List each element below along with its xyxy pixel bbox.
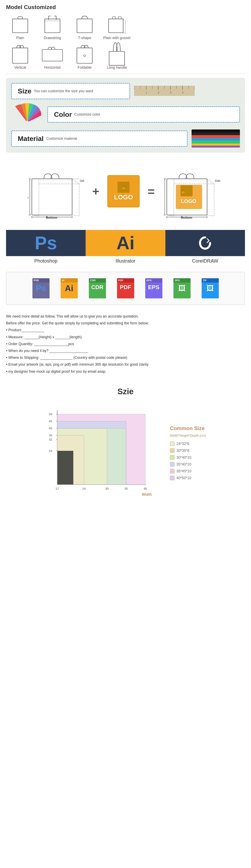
logo-text: LOGO: [114, 193, 133, 201]
size-label: Size: [18, 87, 31, 95]
bag-item-horizontal: Horizontal: [38, 44, 66, 70]
logo-box: 🧘 LOGO: [107, 175, 139, 207]
svg-rect-11: [108, 19, 123, 33]
size-row: Size You can customize the size you want: [11, 83, 240, 99]
info-line4: • Measure: _______(Height) x _______(len…: [6, 334, 245, 340]
legend-title: Common Size: [170, 425, 206, 432]
svg-line-66: [207, 215, 214, 216]
svg-rect-40: [192, 138, 240, 141]
svg-text:1: 1: [146, 91, 147, 94]
info-line1: We need more detail as follow, This will…: [6, 313, 245, 320]
svg-text:Bottom: Bottom: [181, 216, 192, 219]
svg-rect-9: [113, 17, 116, 19]
svg-rect-15: [12, 48, 28, 63]
svg-text:High: High: [28, 195, 28, 202]
bag-label-vertical: Vertical: [14, 65, 26, 70]
svg-text:35: 35: [124, 487, 128, 490]
info-line3: • Product:___________: [6, 327, 245, 334]
pdf-icon: PDF PDF: [117, 278, 134, 299]
svg-text:Side: Side: [215, 179, 220, 182]
legend-color-1: [170, 441, 175, 446]
svg-text:Bottom: Bottom: [46, 216, 57, 219]
svg-rect-39: [192, 135, 240, 138]
legend-label-3: 30*40*10: [177, 456, 191, 460]
bar-chart-container: Height 50 45 40: [41, 404, 158, 501]
svg-point-18: [84, 55, 86, 57]
info-line8: • Email your artwork (ai, eps, png or pd…: [6, 361, 245, 368]
customize-section: Size You can customize the size you want: [6, 78, 245, 153]
svg-text:Width: Width: [142, 493, 152, 497]
svg-text:32: 32: [49, 438, 52, 441]
svg-text:35: 35: [49, 434, 52, 437]
bag-item-long-handle: Long handle: [103, 44, 131, 70]
ruler-visual: 1 2 3 4: [134, 86, 240, 97]
svg-rect-41: [192, 141, 240, 144]
info-line2: Before offer the price. Get the quote si…: [6, 320, 245, 327]
legend-color-5: [170, 469, 175, 473]
cdr-icon-format: CDR CDR: [89, 278, 106, 299]
chart-wrapper: Height 50 45 40: [6, 400, 245, 505]
legend-color-2: [170, 448, 175, 453]
software-block-ai: Ai: [86, 230, 165, 256]
format-cdr: CDR CDR: [86, 278, 108, 299]
info-line5: • Order Quantity: _________________pcs: [6, 340, 245, 347]
chart-legend: Common Size Width*Height*Depth (cm) 24*3…: [166, 404, 210, 501]
ai-name: Illustrator: [86, 256, 165, 266]
bag-label-tshape: T-shape: [78, 36, 91, 40]
svg-text:3: 3: [170, 91, 171, 94]
dimension-bag-left: High Side Bottom Wide: [28, 163, 84, 220]
svg-text:30: 30: [105, 487, 108, 490]
page-container: Model Customized Plain: [0, 0, 251, 514]
format-ai: AI Ai: [58, 278, 80, 299]
material-row: Material Customize material: [11, 129, 240, 148]
bag-item-plain-gusset: Plain with gusset: [103, 14, 131, 40]
legend-subtitle: Width*Height*Depth (cm): [170, 434, 206, 437]
bag-item-tshape: T-shape: [70, 14, 99, 40]
svg-line-48: [72, 215, 79, 216]
bar-chart-svg: Height 50 45 40: [41, 404, 158, 501]
jpg-icon: JPG 🖼: [174, 278, 191, 299]
svg-text:LOGO: LOGO: [181, 198, 196, 204]
size-desc: You can customize the size you want: [34, 89, 93, 93]
svg-rect-42: [192, 144, 240, 146]
formats-grid: PSD Ps AI Ai CDR CDR: [10, 278, 241, 299]
legend-item-2: 30*35*8: [170, 448, 206, 453]
color-fan-visual: [11, 102, 43, 126]
plain-gusset-bag-icon: [106, 14, 128, 35]
bag-label-plain: Plain: [16, 36, 24, 40]
svg-text:4: 4: [182, 91, 184, 94]
equals-sign: =: [148, 184, 155, 198]
svg-rect-1: [12, 19, 28, 33]
svg-rect-111: [57, 451, 73, 485]
software-block-ps: Ps: [6, 230, 86, 256]
bag-label-plain-gusset: Plain with gusset: [103, 36, 130, 40]
svg-rect-8: [77, 19, 92, 33]
svg-rect-38: [192, 132, 240, 135]
eps-icon: EPS EPS: [145, 278, 162, 299]
bag-label-horizontal: Horizontal: [44, 65, 60, 70]
svg-text:45: 45: [49, 420, 52, 423]
info-line7: • Where to Shipping: ________________ (C…: [6, 354, 245, 361]
format-pdf: PDF PDF: [115, 278, 136, 299]
size-box: Size You can customize the size you want: [11, 83, 130, 99]
dimension-bag-right: 🧘 LOGO High Side Bottom Wide: [163, 163, 223, 220]
color-desc: Customize color: [74, 112, 100, 117]
legend-label-2: 30*35*8: [177, 448, 189, 453]
tshape-bag-icon: [73, 14, 96, 35]
svg-point-36: [26, 121, 29, 124]
format-jpg: JPG 🖼: [171, 278, 193, 299]
format-eps: EPS EPS: [143, 278, 165, 299]
bag-label-foldable: Foldable: [77, 65, 91, 70]
horizontal-bag-icon: [41, 44, 63, 64]
ai-letter: Ai: [117, 233, 134, 253]
svg-rect-0: [18, 17, 23, 19]
svg-line-14: [123, 33, 125, 33]
fabric-visual: [192, 129, 240, 148]
legend-item-6: 40*50*10: [170, 476, 206, 480]
bag-item-foldable: Foldable: [70, 44, 99, 70]
format-tif: TIF 🖼: [199, 278, 221, 299]
svg-rect-17: [77, 48, 92, 63]
svg-rect-19: [109, 51, 125, 65]
ps-name: Photoshop: [6, 256, 86, 266]
bag-item-plain: Plain: [6, 14, 34, 40]
